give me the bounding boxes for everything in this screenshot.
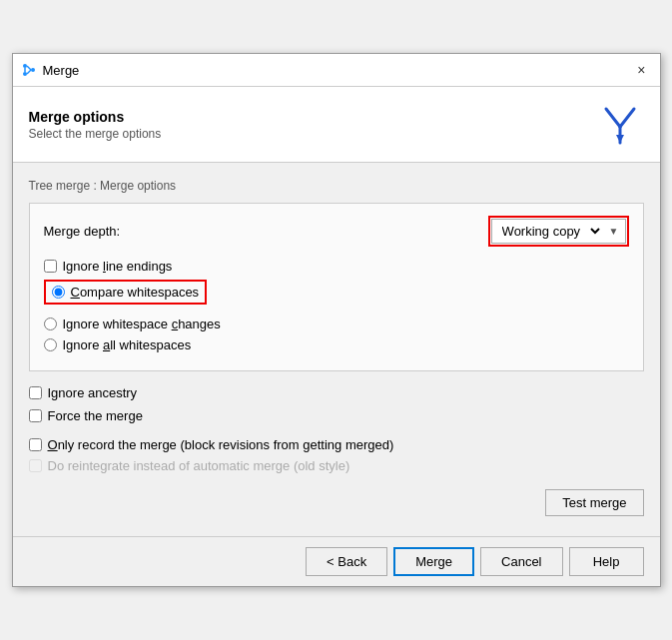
header-merge-icon <box>596 99 644 150</box>
force-merge-row: Force the merge <box>29 408 644 423</box>
compare-whitespaces-label[interactable]: Compare whitespaces <box>71 285 200 300</box>
svg-point-0 <box>23 64 27 68</box>
ignore-all-whitespaces-radio[interactable] <box>44 338 57 351</box>
ignore-ancestry-checkbox[interactable] <box>29 386 42 399</box>
ignore-line-endings-row: Ignore line endings <box>44 259 629 274</box>
svg-point-2 <box>31 68 35 72</box>
compare-whitespaces-row: Compare whitespaces <box>44 280 208 305</box>
merge-depth-row: Merge depth: Working copy Infinity Immed… <box>44 216 629 247</box>
dialog-title: Merge <box>43 63 80 78</box>
svg-line-7 <box>606 109 620 127</box>
footer: < Back Merge Cancel Help <box>13 536 660 586</box>
back-button[interactable]: < Back <box>306 547 387 576</box>
test-merge-area: Test merge <box>29 489 644 516</box>
select-arrow-icon: ▼ <box>603 223 625 240</box>
ignore-whitespace-changes-label[interactable]: Ignore whitespace changes <box>63 317 221 331</box>
ignore-whitespace-changes-radio[interactable] <box>44 318 57 330</box>
compare-whitespaces-radio[interactable] <box>52 286 65 299</box>
test-merge-button[interactable]: Test merge <box>545 489 643 516</box>
cancel-button[interactable]: Cancel <box>480 547 562 576</box>
extra-options: Ignore ancestry Force the merge <box>29 385 644 423</box>
dialog-merge: Merge × Merge options Select the merge o… <box>12 53 661 587</box>
close-button[interactable]: × <box>631 60 651 80</box>
content-area: Tree merge : Merge options Merge depth: … <box>13 163 660 536</box>
reintegrate-row: Do reintegrate instead of automatic merg… <box>29 458 644 473</box>
force-merge-label[interactable]: Force the merge <box>48 408 143 423</box>
only-record-row: Only record the merge (block revisions f… <box>29 437 644 452</box>
reintegrate-label: Do reintegrate instead of automatic merg… <box>48 458 350 473</box>
svg-marker-9 <box>616 135 624 143</box>
ignore-line-endings-label[interactable]: Ignore line endings <box>63 259 173 274</box>
svg-line-8 <box>620 109 634 127</box>
merge-button[interactable]: Merge <box>393 547 474 576</box>
reintegrate-checkbox <box>29 459 42 472</box>
ignore-all-whitespaces-row: Ignore all whitespaces <box>44 337 629 352</box>
ignore-all-whitespaces-label[interactable]: Ignore all whitespaces <box>63 337 192 352</box>
header-section: Merge options Select the merge options <box>13 87 660 163</box>
merge-depth-select[interactable]: Working copy Infinity Immediate Files Em… <box>492 220 603 243</box>
svg-line-5 <box>27 70 31 74</box>
only-record-checkbox[interactable] <box>29 438 42 451</box>
ignore-ancestry-row: Ignore ancestry <box>29 385 644 400</box>
svg-point-1 <box>23 72 27 76</box>
ignore-line-endings-checkbox[interactable] <box>44 260 57 273</box>
title-bar: Merge × <box>13 54 660 87</box>
page-subtitle: Select the merge options <box>29 127 162 141</box>
help-button[interactable]: Help <box>569 547 644 576</box>
section-label: Tree merge : Merge options <box>29 179 644 193</box>
page-title: Merge options <box>29 109 162 125</box>
svg-line-4 <box>27 66 31 70</box>
only-record-label[interactable]: Only record the merge (block revisions f… <box>48 437 394 452</box>
ignore-ancestry-label[interactable]: Ignore ancestry <box>48 385 138 400</box>
ignore-whitespace-changes-row: Ignore whitespace changes <box>44 317 629 331</box>
merge-depth-label: Merge depth: <box>44 224 121 239</box>
options-box: Merge depth: Working copy Infinity Immed… <box>29 203 644 371</box>
title-merge-icon <box>21 62 37 78</box>
merge-depth-select-wrapper: Working copy Infinity Immediate Files Em… <box>488 216 629 247</box>
select-wrapper-inner: Working copy Infinity Immediate Files Em… <box>491 219 626 244</box>
force-merge-checkbox[interactable] <box>29 409 42 422</box>
